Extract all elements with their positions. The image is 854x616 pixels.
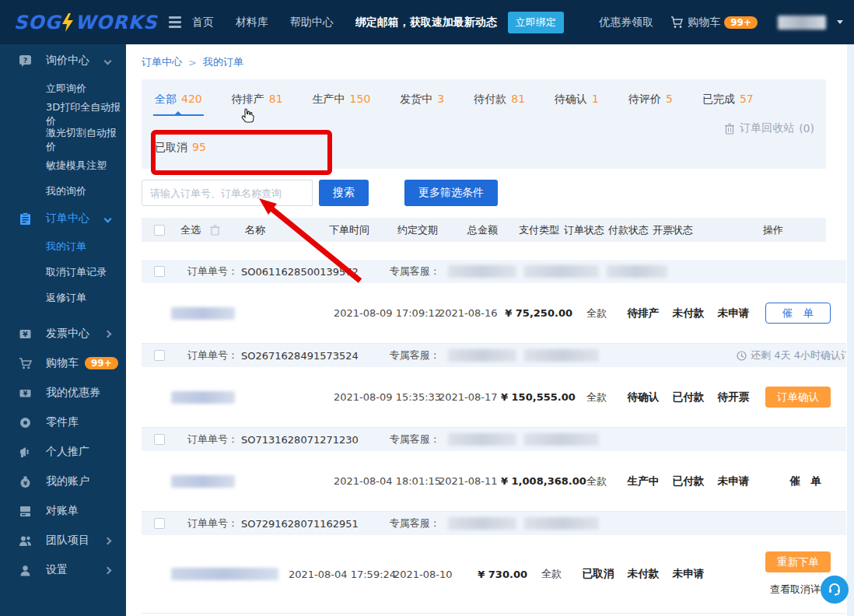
customer-service-button[interactable] — [821, 576, 849, 604]
order-amount: ¥ 1,008,368.00 — [501, 475, 572, 487]
nav-item-materials[interactable]: 材料库 — [236, 16, 268, 30]
redacted-text — [448, 349, 516, 362]
order-status: 已取消 — [576, 567, 621, 581]
service-label: 专属客服： — [390, 348, 440, 362]
scrollbar-track[interactable] — [847, 44, 854, 616]
chevron-right-icon — [104, 330, 112, 338]
svg-text:?: ? — [23, 56, 27, 64]
redacted-text — [524, 433, 599, 446]
order-no-label: 订单单号： — [187, 516, 238, 530]
sidebar-item-3d-print-quote[interactable]: 3D打印全自动报价 — [0, 101, 126, 127]
sidebar-label: 订单中心 — [46, 212, 89, 226]
brand-logo[interactable]: SOG WORKS — [14, 12, 158, 33]
bind-now-button[interactable]: 立即绑定 — [508, 12, 564, 33]
col-header-pay-type: 支付类型 — [519, 223, 559, 237]
sidebar-label: 个人推广 — [46, 445, 89, 459]
sidebar-item-statement[interactable]: 对账单 — [0, 496, 126, 526]
sidebar-item-settings[interactable]: 设置 — [0, 555, 126, 585]
tab-pending-review[interactable]: 待评价5 — [627, 87, 674, 116]
urge-order-text[interactable]: 催 单 — [790, 474, 822, 488]
sidebar-item-team-projects[interactable]: 团队项目 — [0, 526, 126, 555]
cart-label: 购物车 — [688, 16, 720, 30]
more-filters-button[interactable]: 更多筛选条件 — [404, 180, 498, 206]
statement-icon — [19, 505, 32, 518]
tab-completed[interactable]: 已完成57 — [701, 87, 755, 116]
breadcrumb-separator: > — [188, 57, 197, 68]
sidebar-item-personal-promotion[interactable]: 个人推广 — [0, 437, 126, 467]
sidebar-sub-label: 我的询价 — [46, 184, 86, 198]
order-no: SO2671628491573524 — [241, 350, 359, 362]
due-date: 2021-08-11 — [439, 475, 501, 487]
trash-icon[interactable] — [210, 225, 220, 236]
nav-item-home[interactable]: 首页 — [192, 16, 214, 30]
search-button[interactable]: 搜索 — [319, 180, 369, 206]
table-header: 全选 名称 下单时间 约定交期 总金额 支付类型 订单状态 付款状态 开票状态 … — [142, 218, 826, 242]
sidebar-item-order-center[interactable]: 订单中心 — [0, 204, 126, 233]
tab-shipping[interactable]: 发货中3 — [398, 87, 446, 116]
tab-label: 待评价 — [628, 93, 661, 108]
sidebar-item-parts-library[interactable]: 零件库 — [0, 408, 126, 437]
navbar-cart[interactable]: 购物车 99+ — [670, 16, 758, 30]
order-amount: ¥ 150,555.00 — [501, 391, 572, 403]
reorder-button[interactable]: 重新下单 — [765, 551, 831, 572]
chevron-down-icon — [104, 57, 112, 65]
redacted-order-name[interactable] — [171, 475, 235, 488]
col-header-name: 名称 — [245, 223, 265, 237]
redacted-username[interactable] — [778, 16, 826, 30]
redacted-order-name[interactable] — [171, 568, 278, 580]
tab-cancelled[interactable]: 已取消95 — [153, 135, 208, 163]
sidebar-item-my-orders[interactable]: 我的订单 — [0, 233, 126, 259]
redacted-order-name[interactable] — [171, 391, 235, 404]
sidebar-item-my-inquiries[interactable]: 我的询价 — [0, 178, 126, 204]
sidebar-item-my-account[interactable]: ¥ 我的账户 — [0, 467, 126, 496]
sidebar-item-inquire-now[interactable]: 立即询价 — [0, 75, 126, 101]
sidebar-label: 设置 — [46, 563, 68, 577]
nav-item-help[interactable]: 帮助中心 — [290, 16, 334, 30]
order-search-input[interactable] — [142, 180, 313, 206]
order-time: 2021-08-04 17:59:24 — [289, 569, 391, 580]
sidebar-item-repair-orders[interactable]: 返修订单 — [0, 285, 126, 310]
sidebar-item-agile-mold[interactable]: 敏捷模具注塑 — [0, 152, 126, 178]
pay-status: 未付款 — [621, 567, 666, 581]
order-recycle-bin[interactable]: 订单回收站 (0) — [724, 116, 814, 135]
tab-pending-payment[interactable]: 待付款81 — [472, 87, 527, 116]
tab-label: 已完成 — [702, 93, 735, 108]
main-content: 订单中心 > 我的订单 全部420 待排产81 生产中150 发货中3 待付款8… — [126, 44, 854, 616]
order-data-row: 2021-08-04 17:59:24 2021-08-10 ¥ 730.00 … — [142, 535, 846, 613]
breadcrumb-order-center[interactable]: 订单中心 — [142, 55, 182, 69]
service-label: 专属客服： — [390, 432, 440, 446]
confirm-order-button[interactable]: 订单确认 — [765, 387, 831, 408]
user-dropdown-caret-icon[interactable] — [837, 20, 843, 24]
redacted-order-name[interactable] — [171, 307, 235, 320]
invoice-status: 待开票 — [711, 390, 756, 404]
order-checkbox[interactable] — [154, 266, 165, 277]
order-no-label: 订单单号： — [187, 348, 238, 362]
tab-pending-confirm[interactable]: 待确认1 — [553, 87, 600, 116]
sidebar-label: 团队项目 — [46, 534, 89, 548]
breadcrumb-my-orders[interactable]: 我的订单 — [203, 55, 243, 69]
tab-label: 生产中 — [313, 93, 345, 108]
order-checkbox[interactable] — [154, 518, 165, 529]
nav-links: 首页 材料库 帮助中心 — [192, 16, 334, 30]
sidebar-item-laser-cut-quote[interactable]: 激光切割自动报价 — [0, 127, 126, 152]
hamburger-menu-icon[interactable] — [169, 16, 181, 28]
sidebar-item-cancelled-orders[interactable]: 取消订单记录 — [0, 259, 126, 285]
coupon-icon: ¥ — [19, 387, 32, 400]
sidebar-item-invoice-center[interactable]: ¥ 发票中心 — [0, 319, 126, 348]
sidebar-item-my-coupons[interactable]: ¥ 我的优惠券 — [0, 378, 126, 408]
select-all-checkbox[interactable] — [154, 225, 165, 236]
sidebar-item-inquiry-center[interactable]: ? 询价中心 — [0, 46, 126, 75]
select-all-label[interactable]: 全选 — [180, 223, 201, 237]
urge-order-button[interactable]: 催 单 — [765, 303, 831, 324]
order-header: 订单单号： SO2671628491573524 专属客服： 还剩 4天 4小时… — [142, 344, 846, 367]
order-checkbox[interactable] — [154, 434, 165, 445]
tab-pending-schedule[interactable]: 待排产81 — [230, 87, 285, 116]
due-date: 2021-08-10 — [394, 569, 456, 580]
tab-all[interactable]: 全部420 — [153, 87, 204, 116]
tab-count: 81 — [511, 93, 525, 108]
sidebar-sub-label: 3D打印全自动报价 — [46, 100, 126, 128]
tab-in-production[interactable]: 生产中150 — [311, 87, 373, 116]
coupon-claim-link[interactable]: 优惠券领取 — [599, 16, 653, 30]
sidebar-item-cart[interactable]: 购物车 99+ — [0, 348, 126, 378]
order-checkbox[interactable] — [154, 350, 165, 361]
